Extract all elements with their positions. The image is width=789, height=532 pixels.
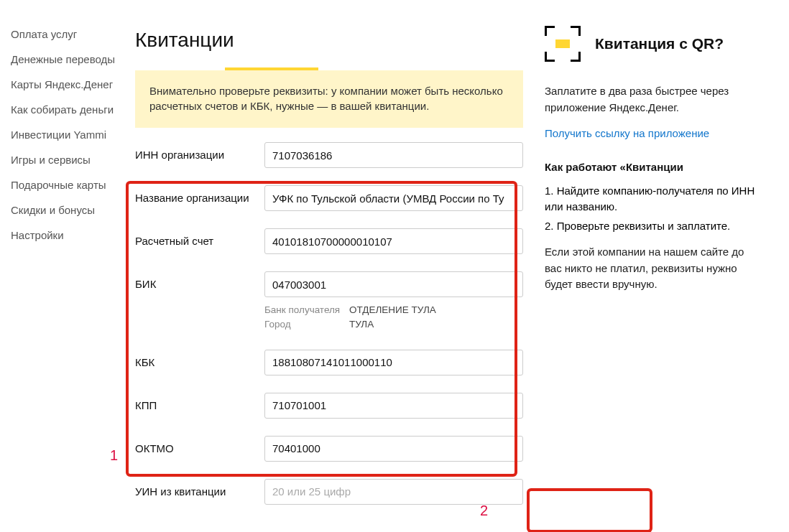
warning-banner: Внимательно проверьте реквизиты: у компа… bbox=[135, 70, 523, 128]
sidebar-item-games[interactable]: Игры и сервисы bbox=[11, 147, 132, 172]
bank-value: ОТДЕЛЕНИЕ ТУЛА bbox=[349, 303, 436, 317]
bank-label: Банк получателя bbox=[264, 303, 349, 317]
label-oktmo: ОКТМО bbox=[135, 436, 264, 454]
annotation-marker-2: 2 bbox=[480, 503, 488, 519]
label-account: Расчетный счет bbox=[135, 228, 264, 247]
input-name[interactable] bbox=[264, 185, 523, 211]
how-title: Как работают «Квитанции bbox=[545, 161, 760, 173]
label-uin: УИН из квитанции bbox=[135, 479, 264, 498]
qr-scan-icon bbox=[545, 26, 581, 62]
bank-info: Банк получателя Город ОТДЕЛЕНИЕ ТУЛА ТУЛ… bbox=[264, 303, 523, 332]
label-kbk: КБК bbox=[135, 350, 264, 368]
city-value: ТУЛА bbox=[349, 317, 436, 332]
input-kbk[interactable] bbox=[264, 350, 523, 375]
sidebar-item-payments[interactable]: Оплата услуг bbox=[11, 22, 132, 47]
input-bik[interactable] bbox=[264, 271, 523, 297]
annotation-marker-1: 1 bbox=[110, 447, 118, 464]
main: Квитанции Внимательно проверьте реквизит… bbox=[132, 22, 523, 532]
sidebar-item-cards[interactable]: Карты Яндекс.Денег bbox=[11, 72, 132, 97]
app-link[interactable]: Получить ссылку на приложение bbox=[545, 127, 709, 139]
label-name: Название организации bbox=[135, 185, 264, 204]
city-label: Город bbox=[264, 317, 349, 332]
sidebar-item-gift[interactable]: Подарочные карты bbox=[11, 172, 132, 197]
label-bik: БИК bbox=[135, 271, 264, 290]
right-lead: Заплатите в два раза быстрее через прило… bbox=[545, 83, 760, 116]
input-oktmo[interactable] bbox=[264, 436, 523, 462]
qr-title: Квитанция с QR? bbox=[595, 35, 724, 52]
step-1: 1. Найдите компанию-получателя по ИНН ил… bbox=[545, 183, 760, 215]
label-kpp: КПП bbox=[135, 393, 264, 411]
right-column: Квитанция с QR? Заплатите в два раза быс… bbox=[523, 22, 760, 532]
sidebar-item-collect[interactable]: Как собирать деньги bbox=[11, 97, 132, 122]
input-uin[interactable] bbox=[264, 479, 523, 505]
input-kpp[interactable] bbox=[264, 393, 523, 419]
sidebar-item-discounts[interactable]: Скидки и бонусы bbox=[11, 197, 132, 223]
page-title: Квитанции bbox=[135, 29, 523, 52]
sidebar-item-transfers[interactable]: Денежные переводы bbox=[11, 47, 132, 72]
right-note: Если этой компании на нашем сайте до вас… bbox=[545, 244, 760, 293]
input-account[interactable] bbox=[264, 228, 523, 254]
input-inn[interactable] bbox=[264, 142, 523, 168]
label-inn: ИНН организации bbox=[135, 142, 264, 161]
form: ИНН организации Название организации Рас… bbox=[135, 128, 523, 532]
step-2: 2. Проверьте реквизиты и заплатите. bbox=[545, 218, 760, 235]
sidebar-item-settings[interactable]: Настройки bbox=[11, 223, 132, 248]
sidebar-item-invest[interactable]: Инвестиции Yammi bbox=[11, 122, 132, 147]
